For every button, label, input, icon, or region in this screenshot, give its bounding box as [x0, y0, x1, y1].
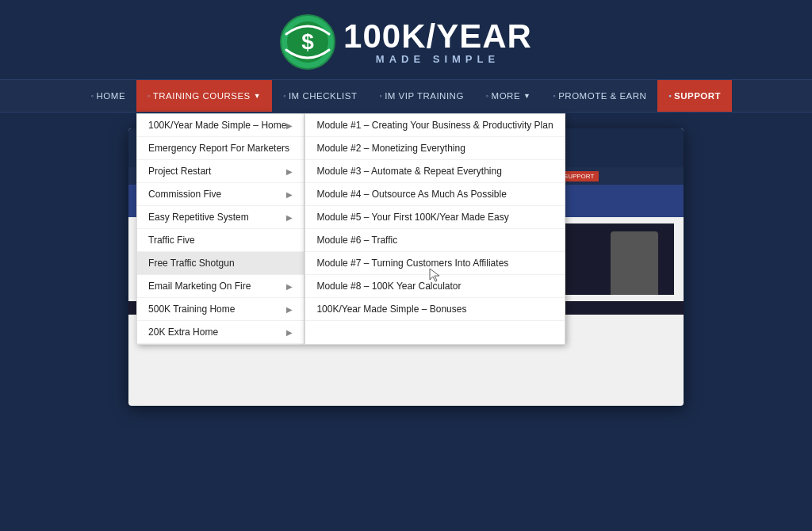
nav-item-promote[interactable]: ◦ PROMOTE & EARN [542, 80, 657, 112]
inner-person-silhouette [611, 231, 658, 295]
dropdown-item-freetraffic[interactable]: Free Traffic Shotgun [137, 252, 304, 275]
dropdown-right-item-2[interactable]: Module #2 – Monetizing Everything [305, 137, 564, 160]
chevron-icon: ▶ [286, 121, 293, 130]
dropdown-right-item-3[interactable]: Module #3 – Automate & Repeat Everything [305, 160, 564, 183]
dropdown-left: 100K/Year Made Simple – Home ▶ Emergency… [136, 113, 304, 345]
bullet: ▪ [668, 92, 672, 100]
dropdown-item-commission[interactable]: Commission Five ▶ [137, 183, 304, 206]
nav-link-vip[interactable]: ◦ IM VIP TRAINING [368, 80, 474, 112]
logo-text: 100K/YEAR MADE SIMPLE [343, 20, 532, 65]
chevron-icon: ▶ [286, 213, 293, 222]
dropdown-right-item-6[interactable]: Module #6 – Traffic [305, 229, 564, 252]
nav-item-home[interactable]: ◦ HOME [80, 80, 136, 112]
nav-link-home[interactable]: ◦ HOME [80, 80, 136, 112]
dropdown-item-emergency[interactable]: Emergency Report For Marketers [137, 137, 304, 160]
dropdown-item-20k[interactable]: 20K Extra Home ▶ [137, 321, 304, 344]
dropdown-item-easy[interactable]: Easy Repetitive System ▶ [137, 206, 304, 229]
dropdown-item-restart[interactable]: Project Restart ▶ [137, 160, 304, 183]
bullet: ◦ [379, 92, 382, 100]
nav-link-more[interactable]: ◦ MORE ▼ [475, 80, 542, 112]
bullet: ◦ [91, 92, 94, 100]
nav-item-more[interactable]: ◦ MORE ▼ [475, 80, 542, 112]
nav-item-vip[interactable]: ◦ IM VIP TRAINING [368, 80, 474, 112]
dropdown-right-item-5[interactable]: Module #5 – Your First 100K/Year Made Ea… [305, 206, 564, 229]
nav-items: ◦ HOME ◦ TRAINING COURSES ▼ 100K/Year Ma… [80, 80, 732, 112]
nav-bar: ◦ HOME ◦ TRAINING COURSES ▼ 100K/Year Ma… [0, 79, 812, 113]
dropdown-item-500k[interactable]: 500K Training Home ▶ [137, 298, 304, 321]
nav-link-training[interactable]: ◦ TRAINING COURSES ▼ [136, 80, 272, 112]
chevron-icon: ▶ [286, 167, 293, 176]
nav-item-support[interactable]: ▪ SUPPORT [657, 80, 732, 112]
logo-icon: $ [280, 14, 335, 70]
site-header: $ 100K/YEAR MADE SIMPLE [0, 0, 812, 79]
dropdown-arrow: ▼ [523, 92, 530, 100]
dropdown-item-home[interactable]: 100K/Year Made Simple – Home ▶ [137, 114, 304, 137]
logo-area: $ 100K/YEAR MADE SIMPLE [280, 14, 532, 70]
dropdown-right-item-1[interactable]: Module #1 – Creating Your Business & Pro… [305, 114, 564, 137]
chevron-icon: ▶ [286, 190, 293, 199]
nav-item-checklist[interactable]: ◦ IM CHECKLIST [272, 80, 368, 112]
dropdown-item-traffic5[interactable]: Traffic Five [137, 229, 304, 252]
dropdown-right-item-9[interactable]: 100K/Year Made Simple – Bonuses [305, 298, 564, 321]
svg-text:$: $ [301, 29, 314, 54]
chevron-icon: ▶ [286, 328, 293, 337]
dropdown-right-item-8[interactable]: Module #8 – 100K Year Calculator [305, 275, 564, 298]
bullet: ◦ [147, 92, 151, 100]
dropdown-item-email[interactable]: Email Marketing On Fire ▶ [137, 275, 304, 298]
chevron-icon: ▶ [286, 305, 293, 314]
chevron-icon: ▶ [286, 282, 293, 291]
nav-link-support[interactable]: ▪ SUPPORT [657, 80, 732, 112]
training-dropdown: 100K/Year Made Simple – Home ▶ Emergency… [136, 113, 565, 345]
dropdown-right-item-7[interactable]: Module #7 – Turning Customers Into Affil… [305, 252, 564, 275]
nav-item-training[interactable]: ◦ TRAINING COURSES ▼ 100K/Year Made Simp… [136, 80, 272, 112]
dropdown-right: Module #1 – Creating Your Business & Pro… [304, 113, 565, 345]
dropdown-arrow: ▼ [254, 92, 261, 100]
bullet: ◦ [486, 92, 489, 100]
nav-link-promote[interactable]: ◦ PROMOTE & EARN [542, 80, 657, 112]
logo-main: 100K/YEAR [343, 20, 532, 53]
dropdown-right-item-4[interactable]: Module #4 – Outsource As Much As Possibl… [305, 183, 564, 206]
bullet: ◦ [553, 92, 556, 100]
logo-sub: MADE SIMPLE [343, 53, 532, 65]
bullet: ◦ [283, 92, 286, 100]
nav-link-checklist[interactable]: ◦ IM CHECKLIST [272, 80, 368, 112]
